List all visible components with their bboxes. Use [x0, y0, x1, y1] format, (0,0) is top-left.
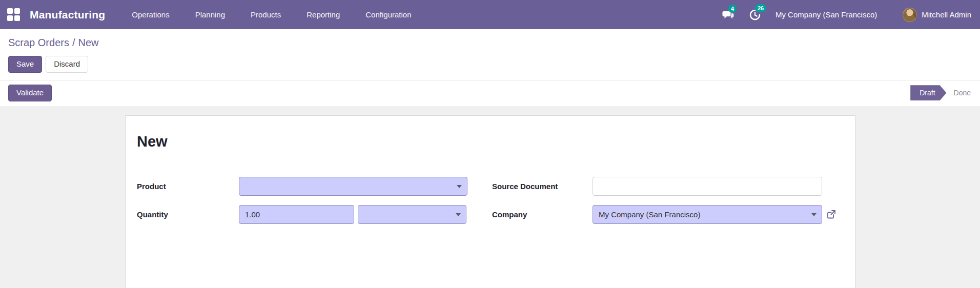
field-grid: Product Source Document Quantity [137, 177, 843, 224]
product-input[interactable] [239, 177, 467, 195]
form-action-buttons: Save Discard [0, 49, 980, 80]
external-link-icon[interactable] [826, 209, 836, 219]
breadcrumb-current: New [78, 37, 99, 48]
company-label: Company [492, 210, 593, 219]
company-field[interactable]: My Company (San Francisco) [593, 205, 822, 224]
quantity-row [239, 205, 467, 224]
messages-button[interactable]: 4 [722, 9, 734, 20]
company-switcher[interactable]: My Company (San Francisco) [775, 10, 877, 19]
apps-grid-square [14, 15, 20, 21]
breadcrumb-scrap-orders[interactable]: Scrap Orders [8, 37, 69, 48]
status-draft[interactable]: Draft [910, 85, 946, 100]
company-cell: My Company (San Francisco) [593, 205, 843, 224]
menu-item-products[interactable]: Products [249, 7, 283, 22]
form-sheet: New Product Source Document Quantity [125, 115, 855, 288]
user-menu[interactable]: Mitchell Admin [903, 8, 971, 22]
quantity-label: Quantity [137, 210, 239, 219]
product-field [239, 177, 467, 196]
uom-field [358, 205, 466, 224]
statusbar-row: Validate Draft Done [0, 80, 980, 106]
status-widget: Draft Done [910, 85, 972, 100]
source-document-field [593, 177, 822, 196]
menu-item-planning[interactable]: Planning [193, 7, 227, 22]
user-name: Mitchell Admin [922, 10, 971, 19]
messages-count-badge: 4 [728, 5, 737, 13]
source-document-label: Source Document [492, 182, 593, 191]
apps-grid-square [7, 15, 13, 21]
app-title[interactable]: Manufacturing [30, 9, 105, 21]
save-button[interactable]: Save [8, 56, 42, 73]
product-label: Product [137, 182, 239, 191]
breadcrumb-separator: / [69, 37, 78, 48]
main-menu: Operations Planning Products Reporting C… [130, 7, 413, 22]
activities-button[interactable]: 26 [749, 9, 761, 21]
apps-grid-square [14, 8, 20, 14]
apps-menu-icon[interactable] [7, 8, 21, 22]
systray: 4 26 My Company (San Francisco) Mitchell… [722, 8, 971, 22]
uom-input[interactable] [358, 205, 466, 223]
validate-button[interactable]: Validate [8, 85, 52, 101]
record-title: New [137, 133, 843, 150]
control-panel: Scrap Orders/New Save Discard Validate D… [0, 29, 980, 106]
quantity-input[interactable] [239, 205, 354, 223]
company-value: My Company (San Francisco) [593, 210, 713, 219]
top-navbar: Manufacturing Operations Planning Produc… [0, 0, 980, 29]
menu-item-reporting[interactable]: Reporting [304, 7, 342, 22]
breadcrumb: Scrap Orders/New [0, 29, 980, 49]
source-document-input[interactable] [593, 177, 822, 195]
apps-grid-square [7, 8, 13, 14]
menu-item-operations[interactable]: Operations [130, 7, 171, 22]
activities-count-badge: 26 [755, 4, 766, 12]
content-area: New Product Source Document Quantity [0, 106, 980, 288]
menu-item-configuration[interactable]: Configuration [363, 7, 413, 22]
user-avatar [903, 8, 917, 22]
discard-button[interactable]: Discard [46, 56, 88, 73]
dropdown-caret-icon[interactable] [811, 213, 816, 216]
quantity-field [239, 205, 354, 224]
status-done[interactable]: Done [954, 89, 971, 97]
